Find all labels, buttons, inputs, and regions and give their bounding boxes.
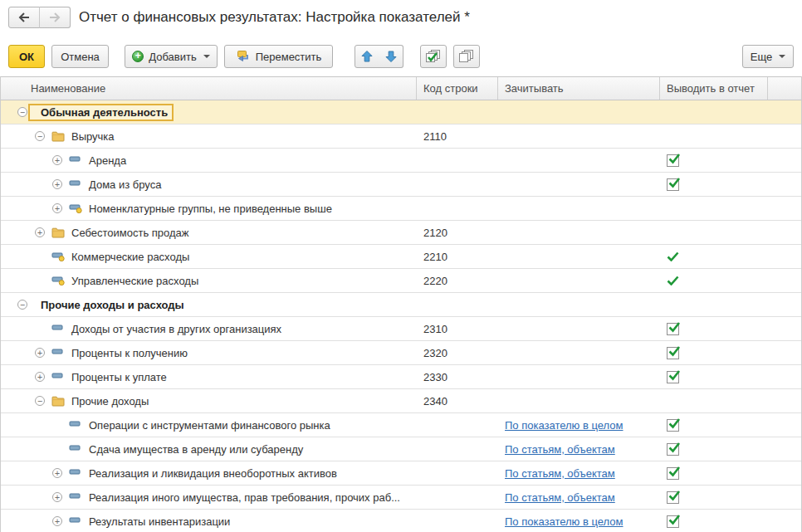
name-cell: +Номенклатурные группы, не приведенные в… [1,197,417,220]
check-all-button[interactable] [420,45,447,68]
output-checkbox[interactable] [667,178,679,191]
row-label: Прочие доходы и расходы [41,299,184,311]
folder-icon [51,396,65,407]
expand-icon[interactable]: + [52,155,62,165]
row-code: 2120 [423,227,447,239]
output-checkbox[interactable] [667,443,679,456]
output-checkbox[interactable] [667,347,679,359]
name-cell: −Обычная деятельность [1,100,417,124]
name-cell: −Прочие доходы [1,389,417,412]
item-icon [69,420,82,430]
row-output-cell [660,461,768,485]
output-checkbox[interactable] [667,371,679,383]
read-mode-link[interactable]: По статьям, объектам [505,491,615,504]
read-mode-link[interactable]: По статьям, объектам [505,467,615,480]
move-button[interactable]: Переместить [224,45,333,68]
more-button[interactable]: Еще [742,45,794,68]
read-mode-link[interactable]: По статьям, объектам [505,443,615,456]
table-row[interactable]: Коммерческие расходы2210 [1,245,801,269]
output-checkbox[interactable] [667,323,679,335]
collapse-icon[interactable]: − [35,396,45,406]
read-mode-link[interactable]: По показателю в целом [505,515,624,528]
forward-button[interactable] [39,7,71,28]
row-extra-cell [768,293,801,316]
table-row[interactable]: +Проценты к уплате2330 [1,365,801,389]
table-row[interactable]: +Номенклатурные группы, не приведенные в… [1,197,801,221]
row-label: Реализация иного имущества, прав требова… [89,491,400,504]
table-row[interactable]: Доходы от участия в других организациях2… [1,317,801,341]
row-output-cell [660,365,768,388]
caret-down-icon [203,55,210,58]
row-label: Операции с инструментами финансового рын… [89,419,330,432]
row-read-cell: По статьям, объектам [498,437,660,461]
move-up-button[interactable] [355,45,379,68]
table-row[interactable]: +Результаты инвентаризацииПо показателю … [1,510,801,532]
output-checkbox[interactable] [667,154,679,167]
uncheck-all-icon [458,49,475,64]
row-code: 2210 [423,251,447,263]
table-row[interactable]: +Дома из бруса [1,173,801,197]
table-row[interactable]: −Выручка2110 [1,124,801,149]
add-button-label: Добавить [149,51,196,63]
row-output-cell [660,486,768,509]
table-row[interactable]: Сдача имущества в аренду или субарендуПо… [1,437,801,461]
table-row[interactable]: +Аренда [1,149,801,173]
table-row[interactable]: −Прочие доходы2340 [1,389,801,413]
expand-icon[interactable]: + [52,492,62,502]
column-header-label: Код строки [423,82,478,95]
read-mode-link[interactable]: По показателю в целом [505,419,624,432]
move-down-button[interactable] [379,45,403,68]
table-row[interactable]: −Обычная деятельность [1,100,801,124]
collapse-icon[interactable]: − [17,107,27,117]
expand-icon[interactable]: + [35,227,45,237]
column-header-output[interactable]: Выводить в отчет [660,77,768,100]
row-label: Прочие доходы [71,395,149,408]
table-row[interactable]: Операции с инструментами финансового рын… [1,413,801,437]
add-button[interactable]: Добавить [125,45,218,68]
name-cell: −Прочие доходы и расходы [1,293,417,316]
row-extra-cell [768,413,801,437]
name-cell: +Результаты инвентаризации [1,510,417,532]
expand-icon[interactable]: + [52,516,62,526]
uncheck-all-button[interactable] [453,45,480,68]
collapse-icon[interactable]: − [17,300,27,310]
row-code-cell [417,149,498,172]
output-checkbox[interactable] [667,491,679,504]
row-output-cell [660,510,768,532]
row-extra-cell [768,124,801,148]
row-extra-cell [768,149,801,172]
expand-icon[interactable]: + [52,203,62,213]
collapse-icon[interactable]: − [35,131,45,141]
row-read-cell [498,124,660,148]
output-checkbox[interactable] [667,515,679,528]
row-extra-cell [768,269,801,292]
column-header-name[interactable]: Наименование [1,77,417,100]
back-button[interactable] [8,7,40,28]
cancel-button[interactable]: Отмена [51,45,109,68]
row-read-cell [498,269,660,292]
row-label: Доходы от участия в других организациях [71,323,281,335]
expand-icon[interactable]: + [35,372,45,382]
table-row[interactable]: +Реализация иного имущества, прав требов… [1,486,801,510]
row-extra-cell [768,461,801,485]
table-row[interactable]: +Проценты к получению2320 [1,341,801,365]
row-extra-cell [768,173,801,196]
column-header-code[interactable]: Код строки [417,77,498,100]
name-cell: +Проценты к уплате [1,365,417,388]
item-icon [69,516,82,526]
table-row[interactable]: Управленческие расходы2220 [1,269,801,293]
row-extra-cell [768,221,801,244]
expand-icon[interactable]: + [35,348,45,358]
column-header-read[interactable]: Зачитывать [498,77,660,100]
expand-icon[interactable]: + [52,468,62,478]
table-row[interactable]: −Прочие доходы и расходы [1,293,801,317]
item-used-icon [69,203,82,213]
name-cell: Управленческие расходы [1,269,417,292]
row-code-cell [417,173,498,196]
output-checkbox[interactable] [667,419,679,432]
expand-icon[interactable]: + [52,179,62,189]
table-row[interactable]: +Себестоимость продаж2120 [1,221,801,245]
ok-button[interactable]: ОК [8,45,45,68]
output-checkbox[interactable] [667,467,679,480]
table-row[interactable]: +Реализация и ликвидация внеоборотных ак… [1,461,801,486]
